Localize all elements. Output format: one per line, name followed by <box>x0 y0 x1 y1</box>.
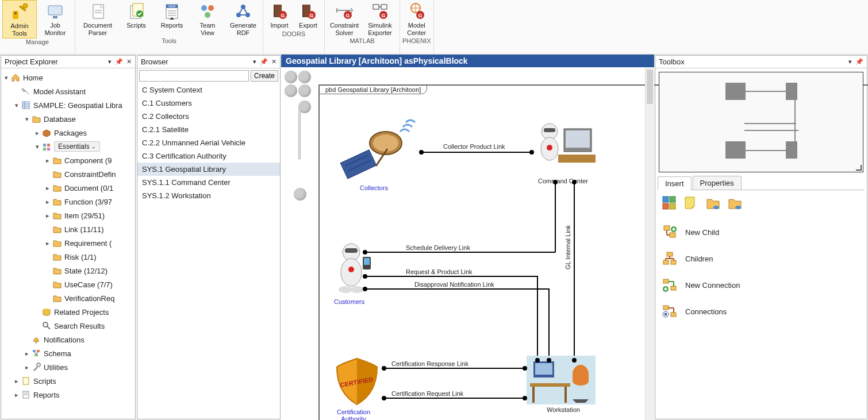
svg-line-56 <box>47 326 50 329</box>
nav-left-button[interactable] <box>285 84 297 97</box>
zoom-handle[interactable] <box>294 188 306 201</box>
tree-home[interactable]: ▾ Home <box>2 71 134 84</box>
svg-point-17 <box>201 5 207 11</box>
reports-icon <box>21 390 31 400</box>
export-button[interactable]: G Export <box>294 0 322 30</box>
tree-model-assistant[interactable]: Model Assistant <box>2 84 134 98</box>
simulink-icon: G <box>371 2 389 21</box>
scrollbar-thumb[interactable] <box>647 70 653 104</box>
group-label: Manage <box>26 38 49 47</box>
svg-text:G: G <box>345 13 349 18</box>
package-icon <box>41 128 52 138</box>
link-line <box>537 277 538 360</box>
browser-item[interactable]: C System Context <box>137 83 280 97</box>
import-button[interactable]: G Import <box>266 0 293 30</box>
nav-right-button[interactable] <box>298 71 311 83</box>
dropdown-icon[interactable]: ▾ <box>848 58 852 65</box>
link-endpoint <box>523 366 527 371</box>
reports-button[interactable]: VIEW Reports <box>155 0 189 37</box>
svg-point-69 <box>373 134 398 152</box>
tree-schema[interactable]: ▸Schema <box>2 346 134 360</box>
tree-item[interactable]: ▸Function (3/97 <box>2 195 134 209</box>
scripts-button[interactable]: Scripts <box>119 0 153 37</box>
canvas-scrollbar[interactable] <box>645 67 654 420</box>
tree-item[interactable]: Link (11/11) <box>2 222 134 236</box>
pin-icon[interactable]: 📌 <box>115 58 123 65</box>
browser-panel: Browser ▾ 📌 ✕ Create C System Context C.… <box>137 55 281 419</box>
tree-reports-root[interactable]: ▸Reports <box>2 388 134 402</box>
ribbon-label: ModelCenter <box>407 22 426 36</box>
search-icon <box>41 321 52 331</box>
essentials-pill[interactable]: Essentials ⌄ <box>54 141 100 152</box>
model-center-button[interactable]: G ModelCenter <box>403 0 431 37</box>
link-endpoint <box>523 396 527 400</box>
tree-item[interactable]: ▸Component (9 <box>2 153 134 167</box>
dropdown-icon[interactable]: ▾ <box>108 58 112 65</box>
wrench-icon <box>21 86 31 97</box>
link-line <box>366 276 538 277</box>
canvas-body[interactable]: pbd Geospatial Library [Architoon] Colle… <box>281 67 654 420</box>
ribbon-label: AdminTools <box>10 22 28 37</box>
schema-icon <box>31 348 41 359</box>
nav-up-button[interactable] <box>285 71 297 83</box>
close-icon[interactable]: ✕ <box>271 58 276 65</box>
tree-scripts-root[interactable]: ▸Scripts <box>2 374 134 388</box>
tree-item[interactable]: Risk (1/1) <box>2 250 134 264</box>
tree-packages[interactable]: ▸ Packages <box>2 126 134 140</box>
svg-point-80 <box>547 145 552 151</box>
tree-utilities[interactable]: ▸Utilities <box>2 360 134 374</box>
zoom-slider[interactable] <box>298 107 301 159</box>
team-view-button[interactable]: TeamView <box>190 0 225 37</box>
tree-search-results[interactable]: Search Results <box>2 319 134 333</box>
ribbon-label: TeamView <box>200 22 216 36</box>
simulink-exporter-button[interactable]: G SimulinkExporter <box>363 0 397 37</box>
tree-related-projects[interactable]: Related Projects <box>2 305 134 319</box>
tree-notifications[interactable]: Notifications <box>2 333 134 346</box>
document-parser-button[interactable]: DocumentParser <box>78 0 118 37</box>
create-button[interactable]: Create <box>251 70 278 82</box>
generate-rdf-button[interactable]: GenerateRDF <box>226 0 260 37</box>
dropdown-icon[interactable]: ▾ <box>253 58 256 65</box>
tree-item[interactable]: UseCase (7/7) <box>2 278 134 291</box>
browser-item[interactable]: C.1 Customers <box>137 97 280 110</box>
svg-text:G: G <box>381 13 385 18</box>
link-line <box>384 368 525 369</box>
svg-rect-92 <box>535 363 552 375</box>
browser-item[interactable]: C.2 Collectors <box>137 110 280 123</box>
constraint-solver-button[interactable]: G ConstraintSolver <box>327 0 362 37</box>
svg-rect-93 <box>530 383 570 387</box>
browser-item[interactable]: C.3 Certification Authority <box>137 149 280 163</box>
browser-item[interactable]: C.2.2 Unmanned Aerial Vehicle <box>137 136 280 149</box>
tree-item[interactable]: ▸Item (29/51) <box>2 209 134 222</box>
panel-title: Browser <box>141 57 253 66</box>
tree-item[interactable]: State (12/12) <box>2 264 134 278</box>
svg-point-63 <box>37 363 40 367</box>
tree-sample[interactable]: ▾ SAMPLE: Geospatial Libra <box>2 98 134 112</box>
browser-item[interactable]: SYS.1.2 Workstation <box>137 189 280 202</box>
browser-item[interactable]: C.2.1 Satellite <box>137 123 280 136</box>
tree-item[interactable]: ConstraintDefin <box>2 167 134 181</box>
tab-insert[interactable]: Insert <box>658 176 692 190</box>
browser-item[interactable]: SYS.1 Geospatial Library <box>137 163 280 176</box>
rdf-icon <box>234 2 252 21</box>
resize-handle-icon[interactable] <box>856 165 862 171</box>
tree-database[interactable]: ▾ Database <box>2 112 134 126</box>
tree-essentials[interactable]: ▾ Essentials ⌄ <box>2 140 134 153</box>
close-icon[interactable]: ✕ <box>126 58 132 65</box>
group-label: MATLAB <box>349 37 374 45</box>
job-monitor-button[interactable]: JobMonitor <box>38 0 72 38</box>
svg-rect-95 <box>564 387 567 403</box>
browser-item[interactable]: SYS.1.1 Command Center <box>137 176 280 189</box>
tree-item[interactable]: ▸Document (0/1 <box>2 181 134 195</box>
tree-item[interactable]: ▸Requirement ( <box>2 236 134 250</box>
nav-down-button[interactable] <box>298 84 311 97</box>
pin-icon[interactable]: 📌 <box>855 58 863 65</box>
svg-point-2 <box>23 3 28 8</box>
tree-item[interactable]: VerificationReq <box>2 291 134 305</box>
browser-search-input[interactable] <box>139 70 249 82</box>
admin-tools-button[interactable]: AdminTools <box>2 0 37 38</box>
group-label: Tools <box>162 37 176 45</box>
folder-icon <box>52 265 62 276</box>
pin-icon[interactable]: 📌 <box>260 58 268 65</box>
project-explorer-header: Project Explorer ▾ 📌 ✕ <box>1 56 135 68</box>
